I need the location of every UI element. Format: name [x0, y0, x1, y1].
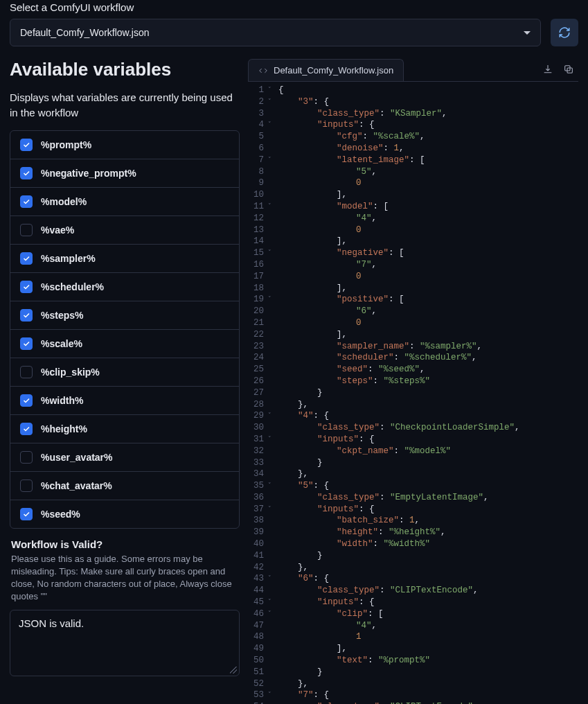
- variable-checkbox[interactable]: [20, 167, 33, 179]
- chevron-down-icon: [524, 31, 531, 35]
- variable-item[interactable]: %scheduler%: [10, 273, 239, 301]
- validator-output[interactable]: JSON is valid.: [10, 610, 240, 676]
- variable-item[interactable]: %prompt%: [10, 131, 239, 159]
- copy-button[interactable]: [563, 64, 574, 77]
- variable-checkbox[interactable]: [20, 195, 33, 208]
- variable-item[interactable]: %scale%: [10, 330, 239, 358]
- variable-label: %scale%: [41, 338, 82, 349]
- variable-label: %sampler%: [41, 253, 96, 264]
- validator-tip: Please use this as a guide. Some errors …: [10, 553, 240, 604]
- copy-icon: [563, 64, 574, 75]
- code-icon: [258, 66, 268, 76]
- available-variables-title: Available variables: [10, 59, 240, 80]
- variable-list: %prompt%%negative_prompt%%model%%vae%%sa…: [10, 130, 240, 529]
- variable-label: %seed%: [41, 509, 80, 520]
- validator-heading: Workflow is Valid?: [11, 538, 240, 550]
- variable-label: %chat_avatar%: [41, 480, 112, 491]
- line-number-gutter: 1˅2˅34˅567˅891011˅12131415˅16171819˅2021…: [248, 82, 274, 704]
- code-editor[interactable]: 1˅2˅34˅567˅891011˅12131415˅16171819˅2021…: [248, 82, 578, 704]
- variable-item[interactable]: %chat_avatar%: [10, 472, 239, 500]
- variable-checkbox[interactable]: [20, 252, 33, 265]
- variable-checkbox[interactable]: [20, 423, 33, 435]
- variable-item[interactable]: %steps%: [10, 301, 239, 330]
- refresh-icon: [558, 26, 571, 39]
- variable-item[interactable]: %negative_prompt%: [10, 159, 239, 188]
- variable-item[interactable]: %width%: [10, 387, 239, 415]
- available-variables-desc: Displays what variables are currently be…: [10, 90, 240, 121]
- variable-checkbox[interactable]: [20, 309, 33, 322]
- variable-item[interactable]: %sampler%: [10, 245, 239, 273]
- code-content: {"3": {"class_type": "KSampler","inputs"…: [274, 82, 520, 704]
- variable-label: %width%: [41, 395, 83, 406]
- variable-label: %height%: [41, 423, 87, 434]
- variable-checkbox[interactable]: [20, 224, 33, 236]
- editor-tabbar: Default_Comfy_Workflow.json: [248, 59, 578, 82]
- workflow-select-value: Default_Comfy_Workflow.json: [20, 27, 149, 38]
- variable-checkbox[interactable]: [20, 139, 33, 151]
- variable-checkbox[interactable]: [20, 508, 33, 520]
- variable-checkbox[interactable]: [20, 366, 33, 378]
- variable-item[interactable]: %clip_skip%: [10, 358, 239, 387]
- variable-label: %negative_prompt%: [41, 168, 136, 179]
- editor-tab[interactable]: Default_Comfy_Workflow.json: [248, 59, 404, 81]
- download-button[interactable]: [542, 64, 553, 77]
- variable-checkbox[interactable]: [20, 281, 33, 293]
- variable-item[interactable]: %seed%: [10, 500, 239, 528]
- download-icon: [542, 64, 553, 75]
- variable-checkbox[interactable]: [20, 451, 33, 464]
- validator-status: JSON is valid.: [19, 617, 84, 629]
- variable-checkbox[interactable]: [20, 337, 33, 350]
- variable-label: %scheduler%: [41, 281, 104, 292]
- variable-label: %user_avatar%: [41, 452, 113, 463]
- workflow-select[interactable]: Default_Comfy_Workflow.json: [10, 19, 541, 46]
- variable-label: %steps%: [41, 310, 83, 321]
- variable-label: %prompt%: [41, 139, 91, 150]
- variable-item[interactable]: %vae%: [10, 216, 239, 245]
- variable-label: %vae%: [41, 225, 74, 236]
- editor-tab-label: Default_Comfy_Workflow.json: [274, 65, 393, 76]
- variable-checkbox[interactable]: [20, 394, 33, 407]
- refresh-button[interactable]: [551, 19, 578, 46]
- variable-label: %model%: [41, 196, 87, 207]
- variable-item[interactable]: %user_avatar%: [10, 443, 239, 472]
- variable-item[interactable]: %model%: [10, 188, 239, 216]
- variable-label: %clip_skip%: [41, 367, 100, 378]
- workflow-select-label: Select a ComfyUI workflow: [10, 0, 578, 13]
- variable-checkbox[interactable]: [20, 479, 33, 492]
- variable-item[interactable]: %height%: [10, 415, 239, 443]
